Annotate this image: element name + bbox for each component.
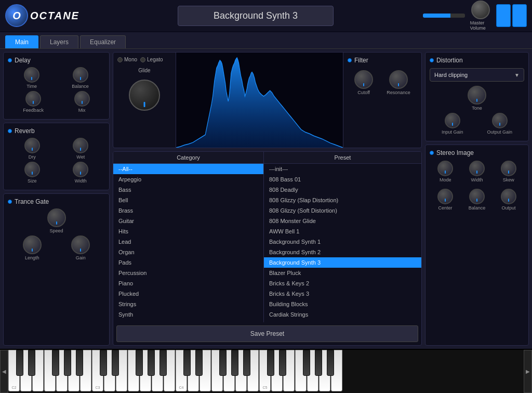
preset-browser: Category Preset --All--ArpeggioBassBellB… xyxy=(113,151,422,346)
stereo-mode-knob[interactable] xyxy=(437,161,453,176)
category-item[interactable]: Brass xyxy=(113,205,263,216)
trance-gate-title: Trance Gate xyxy=(8,198,105,205)
tg-gain-knob[interactable] xyxy=(71,235,90,254)
distortion-type-value: Hard clipping xyxy=(434,72,468,78)
filter-cutoff-knob[interactable] xyxy=(354,70,373,89)
stereo-balance-knob[interactable] xyxy=(469,189,485,204)
master-volume-slider[interactable] xyxy=(423,14,465,18)
tg-gain-item: Gain xyxy=(71,235,90,260)
category-item[interactable]: Lead xyxy=(113,237,263,247)
tab-main[interactable]: Main xyxy=(5,35,38,48)
category-item[interactable]: Percussion xyxy=(113,268,263,278)
piano-black-key[interactable] xyxy=(183,350,191,376)
trance-gate-section: Trance Gate Speed Length Gain xyxy=(3,193,110,346)
dual-btn-left[interactable] xyxy=(496,4,511,27)
mono-toggle[interactable]: Mono xyxy=(117,57,137,62)
preset-item[interactable]: Cardiak Strings xyxy=(264,309,421,320)
category-item[interactable]: --All-- xyxy=(113,164,263,174)
distortion-input-gain-knob[interactable] xyxy=(445,113,460,128)
reverb-width-knob[interactable] xyxy=(73,162,88,177)
preset-name[interactable]: Background Synth 3 xyxy=(178,6,334,26)
preset-item[interactable]: Bricks & Keys 3 xyxy=(264,289,421,299)
piano-black-key[interactable] xyxy=(195,350,203,376)
category-item[interactable]: Organ xyxy=(113,247,263,257)
category-item[interactable]: Strings xyxy=(113,299,263,309)
mono-legato-section: Mono Legato Glide xyxy=(113,53,176,148)
legato-led xyxy=(140,57,145,62)
preset-item[interactable]: Background Synth 1 xyxy=(264,237,421,247)
preset-item[interactable]: 808 Deadly xyxy=(264,185,421,195)
category-item[interactable]: Plucked xyxy=(113,289,263,299)
piano-black-key[interactable] xyxy=(64,350,71,376)
category-item[interactable]: Pads xyxy=(113,257,263,268)
distortion-output-gain-knob[interactable] xyxy=(492,113,508,128)
category-item[interactable]: Hits xyxy=(113,226,263,237)
piano-black-key[interactable] xyxy=(243,350,250,376)
stereo-output-knob[interactable] xyxy=(501,189,516,204)
piano-black-key[interactable] xyxy=(219,350,227,376)
piano-black-key[interactable] xyxy=(16,350,23,376)
tg-length-knob[interactable] xyxy=(23,235,42,254)
preset-item[interactable]: 808 Monster Glide xyxy=(264,216,421,226)
piano-black-key[interactable] xyxy=(76,350,83,376)
piano-black-key[interactable] xyxy=(231,350,238,376)
category-item[interactable]: Synth xyxy=(113,309,263,320)
tg-speed-knob[interactable] xyxy=(47,208,66,227)
stereo-skew-knob[interactable] xyxy=(501,161,516,176)
category-item[interactable]: Arpeggio xyxy=(113,174,263,185)
piano-scroll-left[interactable]: ◀ xyxy=(0,350,8,393)
piano-black-key[interactable] xyxy=(100,350,107,376)
category-item[interactable]: Bell xyxy=(113,195,263,205)
category-item[interactable]: Bass xyxy=(113,185,263,195)
preset-item[interactable]: Background Synth 2 xyxy=(264,247,421,257)
distortion-type-dropdown[interactable]: Hard clipping ▼ xyxy=(430,68,524,82)
piano-black-key[interactable] xyxy=(112,350,119,376)
piano-black-key[interactable] xyxy=(327,350,334,376)
stereo-center-knob[interactable] xyxy=(437,189,453,204)
preset-item[interactable]: 808 Glizzy (Slap Distortion) xyxy=(264,195,421,205)
preset-item[interactable]: ---init--- xyxy=(264,164,421,174)
stereo-width-knob[interactable] xyxy=(469,161,485,176)
tab-equalizer[interactable]: Equalizer xyxy=(80,35,126,48)
reverb-dry-knob[interactable] xyxy=(24,138,40,153)
preset-item[interactable]: Catholic Choir xyxy=(264,320,421,322)
center-panel: Mono Legato Glide xyxy=(113,52,422,346)
piano-scroll-right[interactable]: ▶ xyxy=(524,350,532,393)
delay-feedback-knob[interactable] xyxy=(25,91,41,107)
distortion-dot xyxy=(430,58,434,62)
category-item[interactable]: Piano xyxy=(113,278,263,289)
distortion-tone-knob[interactable] xyxy=(468,86,486,104)
category-item[interactable]: Trancegate xyxy=(113,320,263,322)
reverb-wet-knob[interactable] xyxy=(73,138,88,153)
delay-mix-knob[interactable] xyxy=(74,91,90,107)
distortion-tone-item: Tone xyxy=(468,86,486,111)
preset-item[interactable]: Blazer Pluck xyxy=(264,268,421,278)
preset-item[interactable]: 808 Bass 01 xyxy=(264,174,421,185)
master-volume-knob[interactable] xyxy=(471,1,490,19)
tab-layers[interactable]: Layers xyxy=(40,35,78,48)
dual-btn-right[interactable] xyxy=(512,4,527,27)
glide-knob[interactable] xyxy=(129,80,160,111)
trance-gate-dot xyxy=(8,200,12,204)
filter-resonance-knob[interactable] xyxy=(389,70,408,89)
preset-item[interactable]: Bricks & Keys 2 xyxy=(264,278,421,289)
save-preset-button[interactable]: Save Preset xyxy=(116,325,418,342)
piano-black-key[interactable] xyxy=(279,350,286,376)
piano-black-key[interactable] xyxy=(148,350,155,376)
preset-item[interactable]: Building Blocks xyxy=(264,299,421,309)
piano-black-key[interactable] xyxy=(28,350,35,376)
preset-item[interactable]: Background Synth 3 xyxy=(264,257,421,268)
category-item[interactable]: Guitar xyxy=(113,216,263,226)
piano-black-key[interactable] xyxy=(136,350,143,376)
piano-black-key[interactable] xyxy=(52,350,59,376)
piano-black-key[interactable] xyxy=(159,350,167,376)
preset-item[interactable]: 808 Glizzy (Soft Distortion) xyxy=(264,205,421,216)
preset-item[interactable]: AWW Bell 1 xyxy=(264,226,421,237)
piano-black-key[interactable] xyxy=(315,350,322,376)
legato-toggle[interactable]: Legato xyxy=(140,57,163,62)
delay-time-knob[interactable] xyxy=(24,67,39,83)
delay-balance-knob[interactable] xyxy=(73,67,88,83)
piano-black-key[interactable] xyxy=(267,350,274,376)
reverb-size-knob[interactable] xyxy=(24,162,40,177)
piano-black-key[interactable] xyxy=(303,350,310,376)
